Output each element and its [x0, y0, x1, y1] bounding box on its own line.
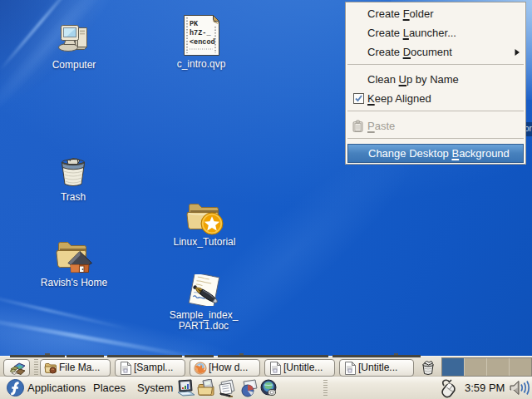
svg-text:h7Z-_: h7Z-_: [190, 29, 211, 37]
svg-text:<encod: <encod: [190, 38, 215, 47]
svg-text:PK: PK: [190, 20, 199, 28]
